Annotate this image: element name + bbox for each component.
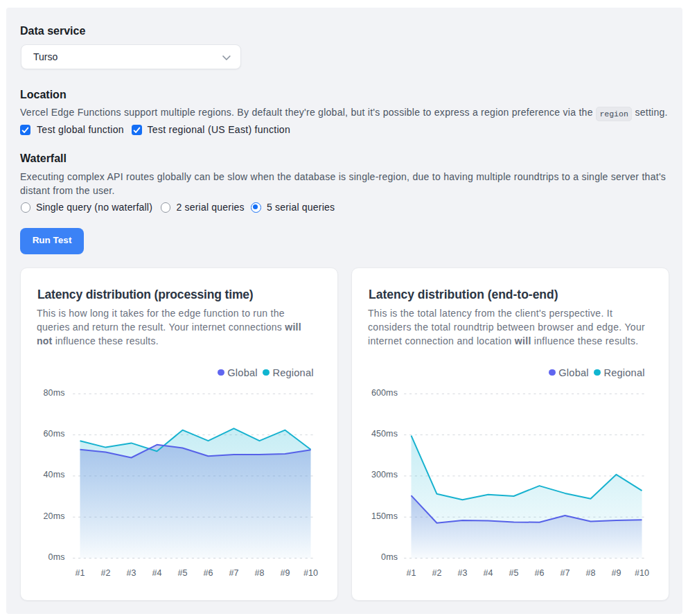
svg-text:150ms: 150ms [371, 511, 398, 521]
svg-text:60ms: 60ms [44, 429, 65, 439]
svg-text:#8: #8 [586, 568, 596, 578]
svg-text:20ms: 20ms [44, 511, 65, 521]
svg-text:450ms: 450ms [371, 429, 398, 439]
svg-text:0ms: 0ms [381, 552, 398, 562]
svg-text:#2: #2 [432, 568, 442, 578]
svg-text:#3: #3 [127, 568, 136, 578]
svg-text:#2: #2 [101, 568, 111, 578]
svg-text:#6: #6 [535, 568, 545, 578]
svg-text:#7: #7 [229, 568, 239, 578]
svg-text:40ms: 40ms [44, 470, 65, 479]
svg-text:#9: #9 [612, 568, 621, 578]
svg-text:#6: #6 [204, 568, 213, 578]
svg-text:#9: #9 [281, 568, 290, 578]
svg-text:#4: #4 [484, 568, 493, 578]
svg-text:600ms: 600ms [371, 388, 398, 398]
svg-text:#8: #8 [255, 568, 265, 578]
svg-text:300ms: 300ms [371, 470, 398, 479]
svg-text:#10: #10 [303, 568, 318, 578]
svg-text:#4: #4 [152, 568, 162, 578]
svg-text:#5: #5 [509, 568, 519, 578]
svg-text:#7: #7 [561, 568, 570, 578]
svg-text:#10: #10 [635, 568, 649, 578]
svg-text:#3: #3 [458, 568, 468, 578]
svg-text:#5: #5 [178, 568, 188, 578]
svg-text:#1: #1 [76, 568, 85, 578]
svg-text:#1: #1 [407, 568, 416, 578]
svg-text:0ms: 0ms [48, 552, 65, 562]
svg-text:80ms: 80ms [44, 388, 65, 398]
